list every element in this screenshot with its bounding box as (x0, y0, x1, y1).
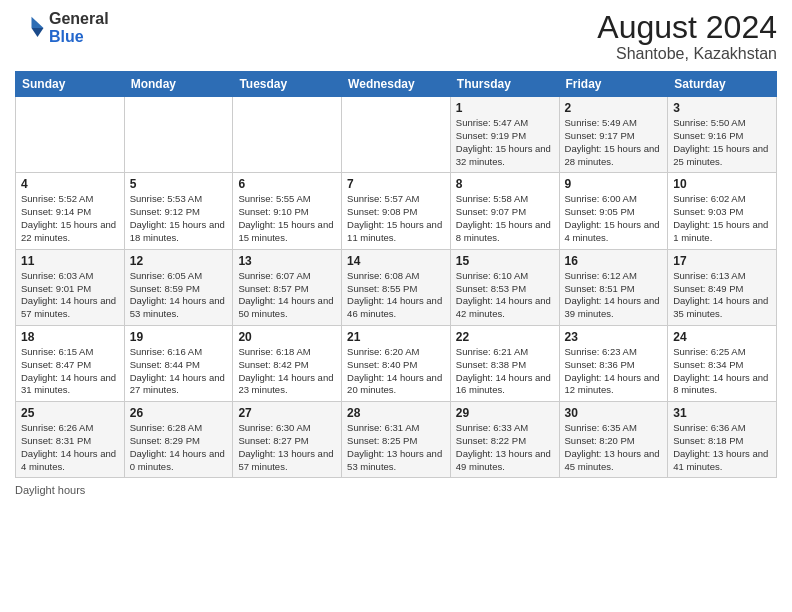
day-info: Sunrise: 6:03 AMSunset: 9:01 PMDaylight:… (21, 270, 119, 321)
table-row: 2Sunrise: 5:49 AMSunset: 9:17 PMDaylight… (559, 97, 668, 173)
day-number: 23 (565, 330, 663, 344)
table-row: 3Sunrise: 5:50 AMSunset: 9:16 PMDaylight… (668, 97, 777, 173)
col-sunday: Sunday (16, 72, 125, 97)
day-number: 17 (673, 254, 771, 268)
table-row: 18Sunrise: 6:15 AMSunset: 8:47 PMDayligh… (16, 325, 125, 401)
day-info: Sunrise: 6:07 AMSunset: 8:57 PMDaylight:… (238, 270, 336, 321)
table-row: 13Sunrise: 6:07 AMSunset: 8:57 PMDayligh… (233, 249, 342, 325)
day-number: 31 (673, 406, 771, 420)
table-row (16, 97, 125, 173)
day-info: Sunrise: 6:16 AMSunset: 8:44 PMDaylight:… (130, 346, 228, 397)
day-info: Sunrise: 6:30 AMSunset: 8:27 PMDaylight:… (238, 422, 336, 473)
col-wednesday: Wednesday (342, 72, 451, 97)
day-info: Sunrise: 6:15 AMSunset: 8:47 PMDaylight:… (21, 346, 119, 397)
col-friday: Friday (559, 72, 668, 97)
day-number: 5 (130, 177, 228, 191)
day-info: Sunrise: 5:57 AMSunset: 9:08 PMDaylight:… (347, 193, 445, 244)
table-row: 28Sunrise: 6:31 AMSunset: 8:25 PMDayligh… (342, 402, 451, 478)
day-number: 29 (456, 406, 554, 420)
day-number: 20 (238, 330, 336, 344)
table-row: 7Sunrise: 5:57 AMSunset: 9:08 PMDaylight… (342, 173, 451, 249)
day-number: 30 (565, 406, 663, 420)
day-info: Sunrise: 6:05 AMSunset: 8:59 PMDaylight:… (130, 270, 228, 321)
table-row (124, 97, 233, 173)
day-number: 28 (347, 406, 445, 420)
table-row (342, 97, 451, 173)
day-number: 22 (456, 330, 554, 344)
page: General Blue August 2024 Shantobe, Kazak… (0, 0, 792, 612)
logo-text: General Blue (49, 10, 109, 45)
day-number: 26 (130, 406, 228, 420)
day-number: 4 (21, 177, 119, 191)
table-row: 14Sunrise: 6:08 AMSunset: 8:55 PMDayligh… (342, 249, 451, 325)
day-number: 3 (673, 101, 771, 115)
day-info: Sunrise: 6:25 AMSunset: 8:34 PMDaylight:… (673, 346, 771, 397)
day-number: 16 (565, 254, 663, 268)
col-tuesday: Tuesday (233, 72, 342, 97)
day-info: Sunrise: 6:33 AMSunset: 8:22 PMDaylight:… (456, 422, 554, 473)
day-info: Sunrise: 6:35 AMSunset: 8:20 PMDaylight:… (565, 422, 663, 473)
day-number: 8 (456, 177, 554, 191)
day-number: 24 (673, 330, 771, 344)
day-number: 14 (347, 254, 445, 268)
table-row: 15Sunrise: 6:10 AMSunset: 8:53 PMDayligh… (450, 249, 559, 325)
main-title: August 2024 (597, 10, 777, 45)
table-row: 27Sunrise: 6:30 AMSunset: 8:27 PMDayligh… (233, 402, 342, 478)
day-info: Sunrise: 5:52 AMSunset: 9:14 PMDaylight:… (21, 193, 119, 244)
footer-note: Daylight hours (15, 484, 777, 496)
subtitle: Shantobe, Kazakhstan (597, 45, 777, 63)
day-number: 19 (130, 330, 228, 344)
svg-marker-1 (32, 28, 44, 37)
table-row (233, 97, 342, 173)
table-row: 8Sunrise: 5:58 AMSunset: 9:07 PMDaylight… (450, 173, 559, 249)
day-info: Sunrise: 5:58 AMSunset: 9:07 PMDaylight:… (456, 193, 554, 244)
day-info: Sunrise: 6:10 AMSunset: 8:53 PMDaylight:… (456, 270, 554, 321)
day-number: 10 (673, 177, 771, 191)
day-number: 2 (565, 101, 663, 115)
day-info: Sunrise: 6:21 AMSunset: 8:38 PMDaylight:… (456, 346, 554, 397)
logo-general: General (49, 10, 109, 28)
table-row: 1Sunrise: 5:47 AMSunset: 9:19 PMDaylight… (450, 97, 559, 173)
col-saturday: Saturday (668, 72, 777, 97)
table-row: 17Sunrise: 6:13 AMSunset: 8:49 PMDayligh… (668, 249, 777, 325)
table-row: 31Sunrise: 6:36 AMSunset: 8:18 PMDayligh… (668, 402, 777, 478)
day-info: Sunrise: 6:20 AMSunset: 8:40 PMDaylight:… (347, 346, 445, 397)
day-info: Sunrise: 6:00 AMSunset: 9:05 PMDaylight:… (565, 193, 663, 244)
day-number: 1 (456, 101, 554, 115)
day-info: Sunrise: 5:50 AMSunset: 9:16 PMDaylight:… (673, 117, 771, 168)
table-row: 25Sunrise: 6:26 AMSunset: 8:31 PMDayligh… (16, 402, 125, 478)
calendar-week-1: 1Sunrise: 5:47 AMSunset: 9:19 PMDaylight… (16, 97, 777, 173)
header: General Blue August 2024 Shantobe, Kazak… (15, 10, 777, 63)
table-row: 16Sunrise: 6:12 AMSunset: 8:51 PMDayligh… (559, 249, 668, 325)
calendar-week-5: 25Sunrise: 6:26 AMSunset: 8:31 PMDayligh… (16, 402, 777, 478)
calendar-table: Sunday Monday Tuesday Wednesday Thursday… (15, 71, 777, 478)
day-info: Sunrise: 6:26 AMSunset: 8:31 PMDaylight:… (21, 422, 119, 473)
day-number: 13 (238, 254, 336, 268)
table-row: 30Sunrise: 6:35 AMSunset: 8:20 PMDayligh… (559, 402, 668, 478)
logo: General Blue (15, 10, 109, 45)
calendar-week-3: 11Sunrise: 6:03 AMSunset: 9:01 PMDayligh… (16, 249, 777, 325)
table-row: 23Sunrise: 6:23 AMSunset: 8:36 PMDayligh… (559, 325, 668, 401)
day-info: Sunrise: 6:28 AMSunset: 8:29 PMDaylight:… (130, 422, 228, 473)
logo-blue: Blue (49, 28, 109, 46)
day-number: 15 (456, 254, 554, 268)
table-row: 20Sunrise: 6:18 AMSunset: 8:42 PMDayligh… (233, 325, 342, 401)
table-row: 19Sunrise: 6:16 AMSunset: 8:44 PMDayligh… (124, 325, 233, 401)
title-block: August 2024 Shantobe, Kazakhstan (597, 10, 777, 63)
table-row: 4Sunrise: 5:52 AMSunset: 9:14 PMDaylight… (16, 173, 125, 249)
table-row: 5Sunrise: 5:53 AMSunset: 9:12 PMDaylight… (124, 173, 233, 249)
table-row: 9Sunrise: 6:00 AMSunset: 9:05 PMDaylight… (559, 173, 668, 249)
day-info: Sunrise: 6:36 AMSunset: 8:18 PMDaylight:… (673, 422, 771, 473)
day-info: Sunrise: 6:23 AMSunset: 8:36 PMDaylight:… (565, 346, 663, 397)
table-row: 26Sunrise: 6:28 AMSunset: 8:29 PMDayligh… (124, 402, 233, 478)
svg-marker-0 (32, 16, 44, 27)
table-row: 21Sunrise: 6:20 AMSunset: 8:40 PMDayligh… (342, 325, 451, 401)
day-info: Sunrise: 6:18 AMSunset: 8:42 PMDaylight:… (238, 346, 336, 397)
day-number: 27 (238, 406, 336, 420)
table-row: 24Sunrise: 6:25 AMSunset: 8:34 PMDayligh… (668, 325, 777, 401)
day-number: 11 (21, 254, 119, 268)
day-info: Sunrise: 5:55 AMSunset: 9:10 PMDaylight:… (238, 193, 336, 244)
table-row: 12Sunrise: 6:05 AMSunset: 8:59 PMDayligh… (124, 249, 233, 325)
day-number: 18 (21, 330, 119, 344)
table-row: 11Sunrise: 6:03 AMSunset: 9:01 PMDayligh… (16, 249, 125, 325)
